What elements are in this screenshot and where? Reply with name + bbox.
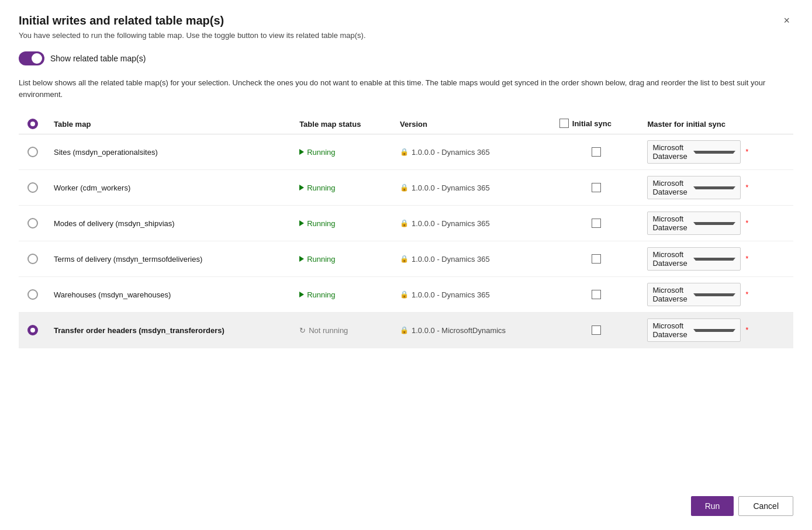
lock-icon: 🔒	[400, 326, 409, 334]
th-table-map: Table map	[47, 114, 292, 134]
initial-sync-checkbox[interactable]	[592, 183, 601, 192]
table-body: Sites (msdyn_operationalsites)Running🔒1.…	[19, 134, 793, 348]
header-select-all[interactable]	[27, 119, 38, 129]
table-map-version: 🔒1.0.0.0 - Dynamics 365	[393, 170, 552, 206]
master-for-initial-sync[interactable]: Microsoft Dataverse*	[640, 277, 793, 313]
initial-sync-checkbox[interactable]	[592, 254, 601, 264]
radio-checked-icon[interactable]	[27, 325, 38, 335]
table-row: Warehouses (msdyn_warehouses)Running🔒1.0…	[19, 277, 793, 313]
initial-sync-checkbox[interactable]	[592, 219, 601, 228]
master-for-initial-sync[interactable]: Microsoft Dataverse*	[640, 313, 793, 348]
master-for-initial-sync[interactable]: Microsoft Dataverse*	[640, 170, 793, 206]
table-header-row: Table map Table map status Version Initi…	[19, 114, 793, 134]
row-select-3[interactable]	[19, 241, 47, 277]
row-select-0[interactable]	[19, 134, 47, 170]
required-indicator: *	[745, 326, 748, 334]
master-select-dropdown[interactable]: Microsoft Dataverse	[647, 318, 741, 342]
running-icon	[299, 149, 304, 155]
lock-icon: 🔒	[400, 255, 409, 263]
radio-unchecked-icon[interactable]	[27, 254, 38, 264]
close-button[interactable]: ×	[780, 14, 793, 27]
table-map-version: 🔒1.0.0.0 - MicrosoftDynamics	[393, 313, 552, 348]
th-master: Master for initial sync	[640, 114, 793, 134]
th-select	[19, 114, 47, 134]
master-select-dropdown[interactable]: Microsoft Dataverse	[647, 247, 741, 271]
table-map-status: Running	[292, 170, 393, 206]
initial-sync-cell[interactable]	[552, 313, 641, 348]
required-indicator: *	[745, 148, 748, 156]
toggle-row: Show related table map(s)	[19, 51, 793, 65]
table-map-status: Running	[292, 134, 393, 170]
initial-sync-checkbox[interactable]	[592, 290, 601, 299]
toggle-label: Show related table map(s)	[50, 54, 146, 63]
table-row: Transfer order headers (msdyn_transferor…	[19, 313, 793, 348]
radio-unchecked-icon[interactable]	[27, 147, 38, 157]
chevron-down-icon	[693, 151, 735, 154]
initial-sync-cell[interactable]	[552, 170, 641, 206]
not-running-icon: ↻	[299, 326, 306, 335]
chevron-down-icon	[693, 258, 735, 261]
initial-sync-header-checkbox[interactable]	[559, 119, 569, 128]
radio-unchecked-icon[interactable]	[27, 182, 38, 193]
radio-unchecked-icon[interactable]	[27, 218, 38, 228]
initial-sync-checkbox[interactable]	[592, 325, 601, 335]
lock-icon: 🔒	[400, 219, 409, 227]
table-map-name: Sites (msdyn_operationalsites)	[47, 134, 292, 170]
row-select-5[interactable]	[19, 313, 47, 348]
running-icon	[299, 220, 304, 226]
initial-sync-cell[interactable]	[552, 277, 641, 313]
dialog-subtitle: You have selected to run the following t…	[19, 31, 793, 40]
initial-sync-cell[interactable]	[552, 206, 641, 241]
chevron-down-icon	[693, 329, 735, 332]
table-map-status: ↻Not running	[292, 313, 393, 348]
table-map-version: 🔒1.0.0.0 - Dynamics 365	[393, 206, 552, 241]
th-version: Version	[393, 114, 552, 134]
running-icon	[299, 256, 304, 262]
lock-icon: 🔒	[400, 290, 409, 299]
description-text: List below shows all the related table m…	[19, 77, 793, 100]
master-select-dropdown[interactable]: Microsoft Dataverse	[647, 283, 741, 306]
master-select-dropdown[interactable]: Microsoft Dataverse	[647, 212, 741, 235]
table-map-status: Running	[292, 206, 393, 241]
table-map-name: Warehouses (msdyn_warehouses)	[47, 277, 292, 313]
required-indicator: *	[745, 255, 748, 263]
table-maps-table: Table map Table map status Version Initi…	[19, 114, 793, 348]
master-for-initial-sync[interactable]: Microsoft Dataverse*	[640, 134, 793, 170]
cancel-button[interactable]: Cancel	[738, 496, 793, 516]
chevron-down-icon	[693, 186, 735, 189]
table-map-name: Modes of delivery (msdyn_shipvias)	[47, 206, 292, 241]
dialog-container: Initial writes and related table map(s) …	[0, 0, 812, 530]
table-map-version: 🔒1.0.0.0 - Dynamics 365	[393, 241, 552, 277]
master-for-initial-sync[interactable]: Microsoft Dataverse*	[640, 206, 793, 241]
row-select-4[interactable]	[19, 277, 47, 313]
initial-sync-checkbox[interactable]	[592, 147, 601, 157]
initial-sync-cell[interactable]	[552, 134, 641, 170]
master-select-dropdown[interactable]: Microsoft Dataverse	[647, 140, 741, 164]
table-map-status: Running	[292, 241, 393, 277]
row-select-1[interactable]	[19, 170, 47, 206]
chevron-down-icon	[693, 293, 735, 296]
table-row: Sites (msdyn_operationalsites)Running🔒1.…	[19, 134, 793, 170]
table-map-name: Worker (cdm_workers)	[47, 170, 292, 206]
master-for-initial-sync[interactable]: Microsoft Dataverse*	[640, 241, 793, 277]
th-initial-sync: Initial sync	[552, 114, 641, 133]
master-select-dropdown[interactable]: Microsoft Dataverse	[647, 176, 741, 199]
dialog-footer: Run Cancel	[691, 496, 793, 516]
chevron-down-icon	[693, 222, 735, 225]
table-row: Modes of delivery (msdyn_shipvias)Runnin…	[19, 206, 793, 241]
row-select-2[interactable]	[19, 206, 47, 241]
table-row: Terms of delivery (msdyn_termsofdeliveri…	[19, 241, 793, 277]
required-indicator: *	[745, 290, 748, 299]
radio-unchecked-icon[interactable]	[27, 289, 38, 300]
table-row: Worker (cdm_workers)Running🔒1.0.0.0 - Dy…	[19, 170, 793, 206]
table-map-version: 🔒1.0.0.0 - Dynamics 365	[393, 277, 552, 313]
dialog-title: Initial writes and related table map(s)	[19, 14, 224, 27]
initial-sync-cell[interactable]	[552, 241, 641, 277]
required-indicator: *	[745, 183, 748, 192]
show-related-toggle[interactable]	[19, 51, 44, 65]
running-icon	[299, 185, 304, 190]
table-container: Table map Table map status Version Initi…	[19, 114, 793, 483]
run-button[interactable]: Run	[691, 496, 734, 516]
table-map-name: Transfer order headers (msdyn_transferor…	[47, 313, 292, 348]
required-indicator: *	[745, 219, 748, 227]
